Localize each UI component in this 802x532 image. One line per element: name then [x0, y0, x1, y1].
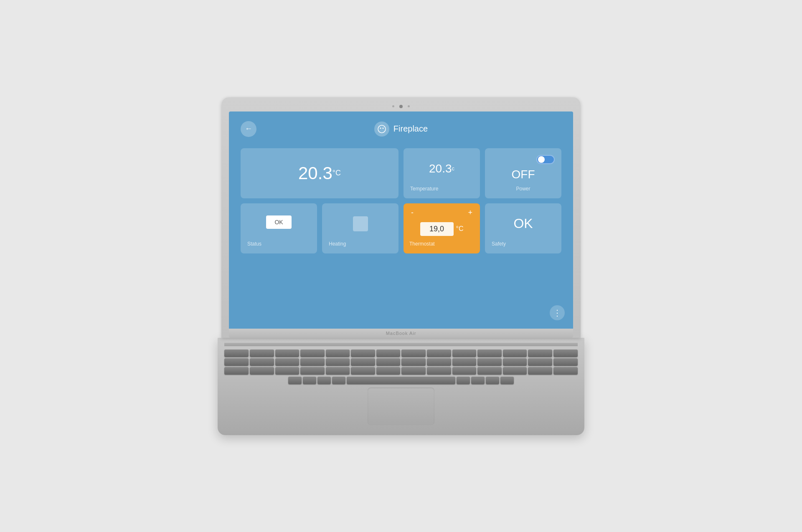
key — [300, 367, 325, 375]
heating-content — [329, 210, 392, 238]
trackpad[interactable] — [368, 388, 434, 425]
main-temp-card: 20.3°C — [241, 148, 398, 198]
key — [376, 350, 401, 357]
power-state: OFF — [512, 167, 535, 182]
keyboard-grid — [224, 350, 577, 375]
key — [300, 350, 325, 357]
key — [300, 358, 325, 366]
key — [351, 350, 375, 357]
temperature-value: 20.3c — [410, 155, 473, 182]
thermostat-controls: - + — [409, 208, 474, 217]
key — [250, 367, 274, 375]
keyboard-body — [218, 338, 584, 435]
thermostat-unit: °C — [456, 225, 464, 233]
laptop-hinge — [224, 343, 577, 346]
status-content: OK — [247, 210, 310, 238]
safety-value: OK — [492, 210, 555, 238]
laptop-wrapper: ← Fireplace 20. — [221, 97, 581, 435]
heating-card: Heating — [322, 203, 398, 253]
key — [528, 367, 552, 375]
more-options-button[interactable]: ⋮ — [550, 305, 565, 320]
key-ctrl — [303, 377, 316, 384]
macbook-label: MacBook Air — [386, 331, 416, 336]
key-fn — [288, 377, 302, 384]
safety-card: OK Safety — [485, 203, 561, 253]
key — [401, 367, 426, 375]
key — [224, 358, 249, 366]
thermostat-plus-button[interactable]: + — [466, 208, 474, 217]
thermostat-card: - + °C Thermostat — [404, 203, 480, 253]
key — [275, 350, 299, 357]
thermostat-value-input[interactable] — [420, 222, 454, 236]
page-title: Fireplace — [393, 124, 428, 134]
key — [275, 358, 299, 366]
key-left — [486, 377, 499, 384]
screen: ← Fireplace 20. — [229, 111, 573, 329]
thermostat-minus-button[interactable]: - — [409, 208, 415, 217]
key — [376, 358, 401, 366]
key — [528, 350, 552, 357]
key-cmd-right — [457, 377, 470, 384]
key — [477, 358, 502, 366]
power-card: OFF Power — [485, 148, 561, 198]
key — [553, 358, 578, 366]
key — [351, 367, 375, 375]
laptop-base-bar: MacBook Air — [229, 329, 573, 338]
key-space — [347, 377, 455, 384]
fireplace-icon — [374, 122, 389, 137]
header: ← Fireplace — [241, 122, 561, 137]
keyboard-bottom-row — [224, 377, 577, 384]
temperature-card: 20.3c Temperature — [404, 148, 480, 198]
key — [224, 367, 249, 375]
key — [224, 350, 249, 357]
key — [503, 367, 527, 375]
key — [326, 350, 350, 357]
key — [401, 350, 426, 357]
key — [427, 350, 451, 357]
status-card: OK Status — [241, 203, 317, 253]
heating-indicator — [353, 216, 368, 231]
key — [452, 358, 477, 366]
key — [528, 358, 552, 366]
key — [275, 367, 299, 375]
cards-grid: 20.3°C 20.3c Temperature — [241, 148, 561, 253]
status-label: Status — [247, 241, 310, 247]
key-right — [500, 377, 514, 384]
key-cmd-left — [332, 377, 345, 384]
svg-point-1 — [380, 127, 381, 129]
notch-bar — [229, 105, 573, 108]
thermostat-label: Thermostat — [409, 241, 474, 247]
thermostat-input-row: °C — [409, 220, 474, 238]
right-indicator — [408, 105, 410, 107]
header-title: Fireplace — [374, 122, 428, 137]
laptop-screen-outer: ← Fireplace 20. — [221, 97, 581, 338]
key — [452, 367, 477, 375]
power-label: Power — [516, 186, 530, 192]
key — [477, 367, 502, 375]
svg-point-2 — [382, 127, 383, 129]
key — [250, 358, 274, 366]
safety-label: Safety — [492, 241, 555, 247]
key-alt — [317, 377, 331, 384]
key — [477, 350, 502, 357]
power-toggle[interactable] — [536, 155, 555, 164]
toggle-knob — [538, 156, 545, 163]
heating-label: Heating — [329, 241, 392, 247]
temperature-label: Temperature — [410, 186, 473, 192]
key — [401, 358, 426, 366]
left-indicator — [392, 105, 394, 107]
back-button[interactable]: ← — [241, 121, 256, 137]
key — [376, 367, 401, 375]
power-toggle-row — [536, 155, 555, 164]
key — [553, 367, 578, 375]
key — [326, 358, 350, 366]
key — [503, 358, 527, 366]
key — [452, 350, 477, 357]
key — [351, 358, 375, 366]
camera — [399, 105, 403, 108]
key — [250, 350, 274, 357]
key — [427, 367, 451, 375]
svg-point-0 — [378, 125, 386, 133]
key — [503, 350, 527, 357]
status-ok-button[interactable]: OK — [266, 215, 291, 229]
